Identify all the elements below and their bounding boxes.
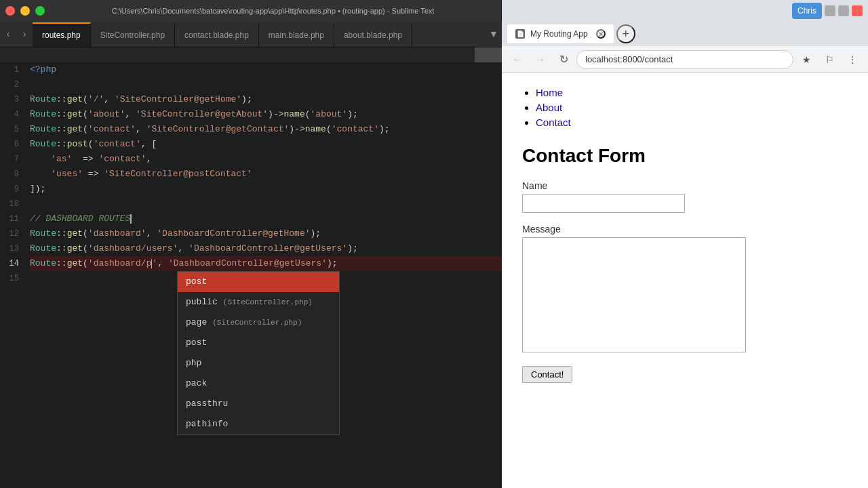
menu-button[interactable]: ⋮ [842,49,863,70]
autocomplete-item-post-2[interactable]: post [178,333,339,353]
extensions-button[interactable]: ⚐ [819,49,840,70]
code-line-7: 'as' => 'contact', [30,152,502,167]
line-numbers: 1 2 3 4 5 6 7 8 9 10 11 12 13 14 15 [0,62,24,488]
message-textarea[interactable] [522,237,746,352]
browser-maximize-button[interactable] [838,5,849,16]
browser-tab-title: My Routing App [530,29,588,39]
nav-item-home: Home [536,87,848,99]
bookmark-button[interactable]: ★ [796,49,816,70]
nav-item-contact: Contact [536,117,848,129]
browser-content: Home About Contact Contact Form Name Mes… [502,73,868,488]
autocomplete-item-post-1[interactable]: post [178,272,339,292]
browser-close-button[interactable] [852,5,863,16]
nav-link-contact[interactable]: Contact [536,117,571,128]
code-line-6: Route::post('contact', [ [30,137,502,152]
code-line-2 [30,77,502,92]
editor-pane: ‹ › routes.php SiteController.php contac… [0,22,502,488]
submit-button[interactable]: Contact! [522,366,572,383]
browser-tab-close-button[interactable]: ✕ [596,29,606,39]
minimap[interactable] [475,47,502,62]
autocomplete-dropdown: post public(SiteController.php) page(Sit… [177,271,340,435]
tab-bar: ‹ › routes.php SiteController.php contac… [0,22,502,47]
back-button[interactable]: ← [507,49,528,70]
code-line-5: Route::get('contact', 'SiteController@ge… [30,122,502,137]
code-line-14: Route::get('dashboard/p', 'DashboardCont… [30,256,502,271]
autocomplete-item-php[interactable]: php [178,353,339,373]
contact-form-title: Contact Form [522,145,848,167]
name-input[interactable] [522,194,685,213]
browser-chrome: 📄 My Routing App ✕ + ← → ↻ ★ ⚐ ⋮ [502,22,868,73]
user-profile-button[interactable]: Chris [792,3,822,19]
nav-link-about[interactable]: About [536,102,562,113]
tab-contact-blade[interactable]: contact.blade.php [175,22,259,47]
address-bar[interactable] [576,50,793,69]
tab-routes-php[interactable]: routes.php [33,22,91,47]
window-title: C:\Users\Chris\Documents\batcave\routing… [50,7,496,15]
code-line-3: Route::get('/', 'SiteController@getHome'… [30,92,502,107]
nav-item-about: About [536,102,848,114]
code-line-1: <?php [30,62,502,77]
browser-tab-bar: 📄 My Routing App ✕ + [502,22,868,46]
page-icon: 📄 [515,29,525,39]
tab-main-blade[interactable]: main.blade.php [259,22,334,47]
nav-link-home[interactable]: Home [536,87,563,98]
code-line-4: Route::get('about', 'SiteController@getA… [30,107,502,122]
browser-title-bar: Chris [502,0,868,22]
main-area: ‹ › routes.php SiteController.php contac… [0,22,868,488]
tab-overflow-button[interactable]: ▼ [486,22,502,47]
message-form-group: Message [522,224,848,355]
browser-controls: ← → ↻ ★ ⚐ ⋮ [502,46,868,73]
code-line-9: ]); [30,182,502,197]
tab-forward-button[interactable]: › [16,22,33,47]
name-label: Name [522,180,848,191]
browser-pane: 📄 My Routing App ✕ + ← → ↻ ★ ⚐ ⋮ Ho [502,22,868,488]
editor-toolbar [0,47,502,62]
minimize-button[interactable] [20,6,30,16]
tab-back-button[interactable]: ‹ [0,22,16,47]
name-form-group: Name [522,180,848,213]
code-lines: <?php Route::get('/', 'SiteController@ge… [24,62,502,488]
reload-button[interactable]: ↻ [553,49,574,70]
code-line-8: 'uses' => 'SiteController@postContact' [30,167,502,182]
autocomplete-item-page[interactable]: page(SiteController.php) [178,312,339,333]
autocomplete-item-pathinfo[interactable]: pathinfo [178,414,339,434]
autocomplete-item-pack[interactable]: pack [178,373,339,394]
code-line-10 [30,197,502,211]
close-button[interactable] [5,6,15,16]
autocomplete-item-public[interactable]: public(SiteController.php) [178,292,339,312]
message-label: Message [522,224,848,235]
tab-sitecontroller[interactable]: SiteController.php [91,22,175,47]
code-line-12: Route::get('dashboard', 'DashboardContro… [30,226,502,241]
top-bar: C:\Users\Chris\Documents\batcave\routing… [0,0,868,22]
sublime-title-bar: C:\Users\Chris\Documents\batcave\routing… [0,0,502,22]
code-line-11: // DASHBOARD ROUTES [30,211,502,226]
code-area: 1 2 3 4 5 6 7 8 9 10 11 12 13 14 15 <?ph… [0,62,502,488]
browser-tab-active[interactable]: 📄 My Routing App ✕ [507,24,614,43]
browser-minimize-button[interactable] [825,5,835,16]
tab-about-blade[interactable]: about.blade.php [334,22,412,47]
autocomplete-item-passthru[interactable]: passthru [178,394,339,414]
nav-list: Home About Contact [522,87,848,129]
maximize-button[interactable] [35,6,45,16]
code-line-13: Route::get('dashboard/users', 'Dashboard… [30,241,502,256]
new-tab-button[interactable]: + [616,24,635,43]
forward-button[interactable]: → [530,49,551,70]
